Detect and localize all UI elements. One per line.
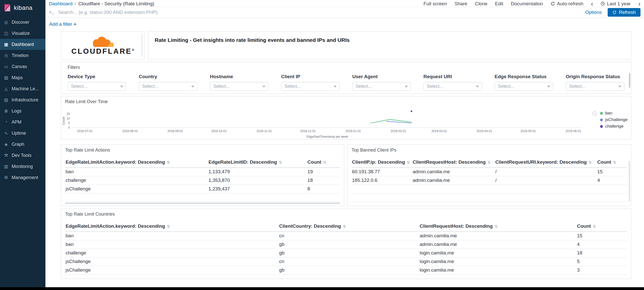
sidebar-item-maps[interactable]: ▧Maps	[0, 72, 45, 83]
sidebar-item-discover[interactable]: ◎Discover	[0, 17, 45, 28]
vertical-scrollbar[interactable]	[629, 73, 630, 88]
select-placeholder: Select...	[356, 84, 372, 89]
panel-scrollbar[interactable]	[141, 34, 143, 57]
plus-icon: +	[74, 21, 76, 27]
select-placeholder: Select...	[498, 84, 514, 89]
column-header[interactable]: EdgeRateLimitID: Descending⇅	[208, 157, 307, 167]
sidebar-item-canvas[interactable]: ▭Canvas	[0, 61, 45, 72]
select-placeholder: Select...	[569, 84, 585, 89]
sidebar-item-management[interactable]: ⚙Management	[0, 172, 45, 183]
breadcrumb: Dashboard / Cloudflare - Security (Rate …	[49, 1, 154, 7]
documentation-link[interactable]: Documentation	[511, 1, 543, 7]
monitoring-icon: ▥	[4, 164, 9, 169]
filter-select[interactable]: Select...	[566, 82, 624, 91]
time-back-button[interactable]: ‹	[591, 1, 593, 7]
svg-text:2019-05-01: 2019-05-01	[520, 129, 536, 133]
dashboard-description: Rate Limiting - Get insights into rate l…	[155, 37, 625, 43]
select-placeholder: Select...	[71, 84, 87, 89]
column-header[interactable]: ClientCountry: Descending⇅	[279, 221, 419, 231]
horizontal-scrollbar[interactable]	[65, 202, 340, 204]
sidebar-item-infrastructure[interactable]: ▤Infrastructure	[0, 94, 45, 105]
options-link[interactable]: Options	[585, 10, 602, 15]
column-header[interactable]: Count⇅	[577, 221, 627, 231]
sort-icon: ⇅	[167, 160, 170, 164]
clone-button[interactable]: Clone	[475, 1, 488, 7]
filter-select[interactable]: Select...	[139, 82, 197, 91]
chart-panel-title: Rate Limit Over Time	[65, 99, 627, 104]
column-header[interactable]: EdgeRateLimitAction.keyword: Descending⇅	[65, 157, 208, 167]
full-screen-button[interactable]: Full screen	[423, 1, 447, 7]
sidebar-item-machine-learning[interactable]: ◬Machine Le...	[0, 83, 45, 94]
table-panel-title: Top Rate Limit Actions	[65, 148, 340, 153]
chevron-down-icon	[191, 86, 194, 88]
filter-select[interactable]: Select...	[423, 82, 482, 91]
actions-table: EdgeRateLimitAction.keyword: Descending⇅…	[65, 157, 340, 202]
sidebar-item-logs[interactable]: ≣Logs	[0, 105, 45, 117]
sidebar-item-dev-tools[interactable]: ⚒Dev Tools	[0, 150, 45, 161]
sidebar-item-uptime[interactable]: ∿Uptime	[0, 128, 45, 139]
svg-text:2019-06-01: 2019-06-01	[566, 129, 581, 133]
filter-select[interactable]: Select...	[281, 82, 340, 91]
discover-icon: ◎	[4, 20, 9, 25]
filter-select[interactable]: Select...	[68, 82, 126, 91]
sidebar-item-visualize[interactable]: ◫Visualize	[0, 28, 45, 39]
logs-icon: ≣	[4, 108, 9, 114]
filter-field: Device Type Select...	[68, 74, 126, 91]
column-header[interactable]: Count⇅	[307, 157, 340, 167]
sidebar-item-graph[interactable]: ◈Graph	[0, 139, 45, 150]
time-picker-button[interactable]: Last 1 year	[601, 1, 631, 7]
sidebar-item-timelion[interactable]: ◷Timelion	[0, 50, 45, 61]
svg-text:EdgeStartTimestamp per week: EdgeStartTimestamp per week	[307, 135, 348, 138]
legend-color-dot	[600, 112, 603, 115]
column-header[interactable]: Count⇅	[597, 157, 627, 167]
filter-select[interactable]: Select...	[352, 82, 411, 91]
legend-item[interactable]: ban	[600, 110, 628, 117]
sidebar-item-apm[interactable]: ◔APM	[0, 117, 45, 128]
filter-field: Client IP Select...	[281, 74, 340, 91]
column-header[interactable]: ClientRequestHost: Descending⇅	[412, 157, 495, 167]
sort-icon: ⇅	[167, 224, 170, 228]
sidebar-item-dashboard[interactable]: ▦Dashboard	[0, 39, 45, 50]
time-forward-button[interactable]: ›	[638, 1, 640, 7]
svg-text:2019-03-01: 2019-03-01	[432, 129, 447, 133]
column-header[interactable]: ClientIP.ip: Descending⇅	[352, 157, 412, 167]
kibana-logo-text: kibana	[14, 4, 33, 11]
column-header[interactable]: ClientRequestHost: Descending⇅	[419, 221, 577, 231]
svg-text:2018-12-01: 2018-12-01	[300, 129, 316, 133]
vertical-scrollbar[interactable]	[629, 161, 630, 202]
edit-button[interactable]: Edit	[495, 1, 503, 7]
refresh-button[interactable]: Refresh	[608, 8, 640, 17]
graph-icon: ◈	[4, 142, 9, 147]
auto-refresh-button[interactable]: Auto-refresh	[551, 1, 583, 7]
share-button[interactable]: Share	[454, 1, 467, 7]
filter-select[interactable]: Select...	[495, 82, 553, 91]
search-input[interactable]	[58, 10, 585, 15]
svg-text:2019-01-01: 2019-01-01	[345, 129, 361, 133]
breadcrumb-dashboard-link[interactable]: Dashboard	[49, 1, 72, 7]
sort-icon: ⇅	[488, 160, 491, 164]
column-header[interactable]: EdgeRateLimitAction.keyword: Descending⇅	[65, 221, 279, 231]
sort-icon: ⇅	[593, 224, 596, 228]
chevron-down-icon	[120, 86, 123, 88]
add-filter-link[interactable]: Add a filter+	[49, 21, 76, 27]
legend-item[interactable]: challenge	[600, 123, 628, 130]
sort-icon: ⇅	[407, 160, 410, 164]
column-header[interactable]: ClientRequestURI.keyword: Descending⇅	[495, 157, 597, 167]
page-title: Cloudflare - Security (Rate Limiting)	[78, 1, 154, 7]
filter-select[interactable]: Select...	[210, 82, 269, 91]
legend-item[interactable]: jsChallenge	[600, 117, 628, 123]
kibana-home-link[interactable]: kibana	[0, 0, 45, 15]
table-row: challengegblogin.camilia.me18	[65, 249, 627, 257]
sidebar-item-monitoring[interactable]: ▥Monitoring	[0, 161, 45, 172]
countries-table: EdgeRateLimitAction.keyword: Descending⇅…	[65, 221, 627, 275]
sort-icon: ⇅	[343, 224, 346, 228]
empty-row	[65, 193, 340, 202]
svg-text:2018-09-01: 2018-09-01	[168, 129, 183, 133]
filter-field: User Agent Select...	[352, 74, 411, 91]
svg-text:2018-08-01: 2018-08-01	[122, 129, 138, 133]
table-panel-title: Top Rate Limit Countries	[65, 212, 627, 217]
filter-label: Request URI	[423, 74, 482, 79]
machine-learning-icon: ◬	[4, 86, 9, 92]
empty-row	[352, 185, 627, 193]
svg-text:2018-07-01: 2018-07-01	[77, 129, 93, 133]
